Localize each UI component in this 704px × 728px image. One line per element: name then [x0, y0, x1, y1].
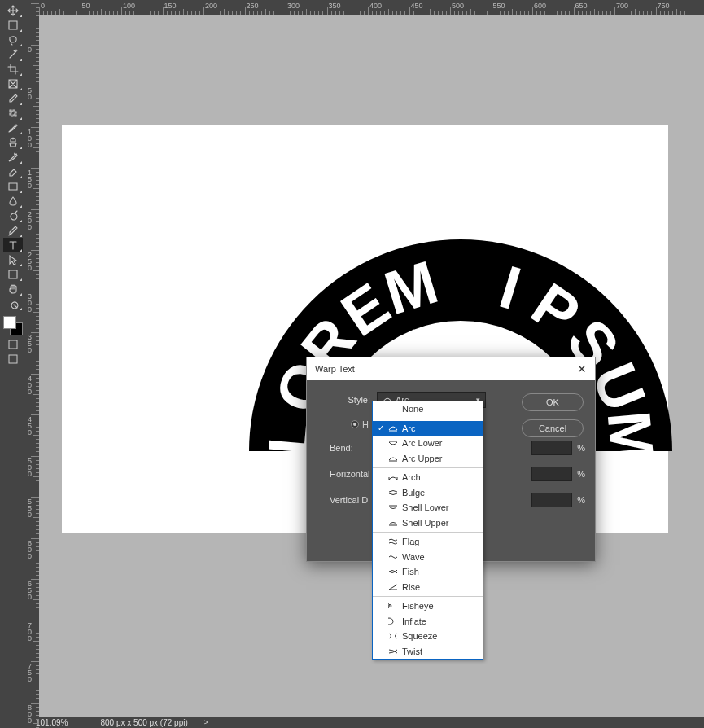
arc-icon [387, 423, 399, 433]
tool-type[interactable] [3, 238, 23, 252]
bulge-icon [387, 488, 399, 498]
arc-letter: M [594, 408, 668, 465]
vdist-input[interactable] [531, 493, 572, 507]
fish-icon [387, 567, 399, 577]
style-option-rise[interactable]: Rise [373, 580, 483, 595]
tool-dodge[interactable] [3, 208, 23, 223]
inflate-icon [387, 616, 399, 626]
fisheye-icon [387, 601, 399, 611]
tool-frame[interactable] [3, 77, 23, 91]
dialog-titlebar[interactable]: Warp Text ✕ [307, 357, 595, 380]
arc-lower-icon [387, 438, 399, 448]
style-option-shell-upper[interactable]: Shell Upper [373, 515, 483, 531]
style-option-squeeze[interactable]: Squeeze [373, 629, 483, 644]
style-label: Style: [338, 395, 370, 405]
tool-eraser[interactable] [3, 164, 23, 179]
color-swatches[interactable] [2, 314, 24, 337]
style-option-flag[interactable]: Flag [373, 534, 483, 550]
foreground-swatch[interactable] [3, 316, 16, 329]
tool-history-brush[interactable] [3, 150, 23, 164]
dropdown-separator [373, 532, 483, 533]
document-info: 800 px x 500 px (72 ppi) [100, 718, 187, 727]
tool-quick-mask[interactable] [3, 337, 23, 352]
arc-upper-icon [387, 454, 399, 463]
orientation-h-label: H [362, 419, 369, 429]
ruler-horizontal[interactable]: 0501001502002503003504004505005506006507… [39, 0, 704, 15]
style-option-fisheye[interactable]: Fisheye [373, 599, 483, 614]
hdist-input[interactable] [531, 467, 572, 481]
ok-button[interactable]: OK [522, 393, 584, 411]
style-option-wave[interactable]: Wave [373, 550, 483, 565]
hdist-pct: % [577, 469, 585, 479]
style-option-arc-lower[interactable]: Arc Lower [373, 436, 483, 451]
tool-shape[interactable] [3, 267, 23, 282]
style-option-fish[interactable]: Fish [373, 564, 483, 580]
tool-clone-stamp[interactable] [3, 135, 23, 150]
style-option-none[interactable]: None [373, 401, 483, 417]
style-option-shell-lower[interactable]: Shell Lower [373, 500, 483, 515]
status-arrow[interactable]: > [204, 718, 208, 726]
squeeze-icon [387, 631, 399, 641]
wave-icon [387, 552, 399, 562]
tool-pen[interactable] [3, 223, 23, 238]
dialog-title: Warp Text [315, 364, 355, 374]
twist-icon [387, 647, 399, 656]
style-option-inflate[interactable]: Inflate [373, 614, 483, 629]
flag-icon [387, 537, 399, 546]
style-option-bulge[interactable]: Bulge [373, 485, 483, 501]
tool-zoom[interactable] [3, 296, 23, 311]
dropdown-separator [373, 467, 483, 468]
tools-panel [0, 0, 26, 717]
tool-move[interactable] [3, 3, 23, 18]
tool-path-select[interactable] [3, 252, 23, 267]
style-option-arc-upper[interactable]: Arc Upper [373, 451, 483, 467]
arc-letter: I [492, 252, 529, 323]
arch-icon [387, 472, 399, 482]
cancel-button[interactable]: Cancel [522, 419, 584, 437]
ruler-vertical[interactable]: 0501001502002503003504004505005506006507… [26, 15, 39, 717]
dropdown-separator [373, 596, 483, 597]
zoom-level[interactable]: 101.09% [36, 718, 68, 727]
tool-blur[interactable] [3, 194, 23, 208]
style-option-twist[interactable]: Twist [373, 644, 483, 660]
status-bar: 101.09% 800 px x 500 px (72 ppi) > [26, 717, 704, 728]
tool-brush[interactable] [3, 121, 23, 135]
dialog-close-button[interactable]: ✕ [577, 362, 587, 375]
tool-screen-mode[interactable] [3, 352, 23, 366]
dropdown-separator [373, 419, 483, 419]
style-option-arc[interactable]: ✓Arc [373, 421, 483, 436]
shell-lower-icon [387, 502, 399, 512]
tool-magic-wand[interactable] [3, 47, 23, 62]
orientation-horizontal-radio[interactable] [351, 420, 359, 428]
tool-crop[interactable] [3, 62, 23, 77]
tool-hand[interactable] [3, 282, 23, 296]
tool-marquee-rect[interactable] [3, 18, 23, 33]
svg-rect-1 [9, 355, 17, 363]
tool-gradient[interactable] [3, 179, 23, 194]
tool-eyedropper[interactable] [3, 91, 23, 106]
shell-upper-icon [387, 518, 399, 528]
tool-healing[interactable] [3, 106, 23, 121]
vdist-pct: % [577, 495, 585, 505]
svg-rect-0 [9, 340, 17, 349]
rise-icon [387, 582, 399, 592]
tool-lasso[interactable] [3, 33, 23, 47]
style-option-arch[interactable]: Arch [373, 470, 483, 485]
style-dropdown-list: None✓ArcArc LowerArc UpperArchBulgeShell… [372, 401, 483, 660]
